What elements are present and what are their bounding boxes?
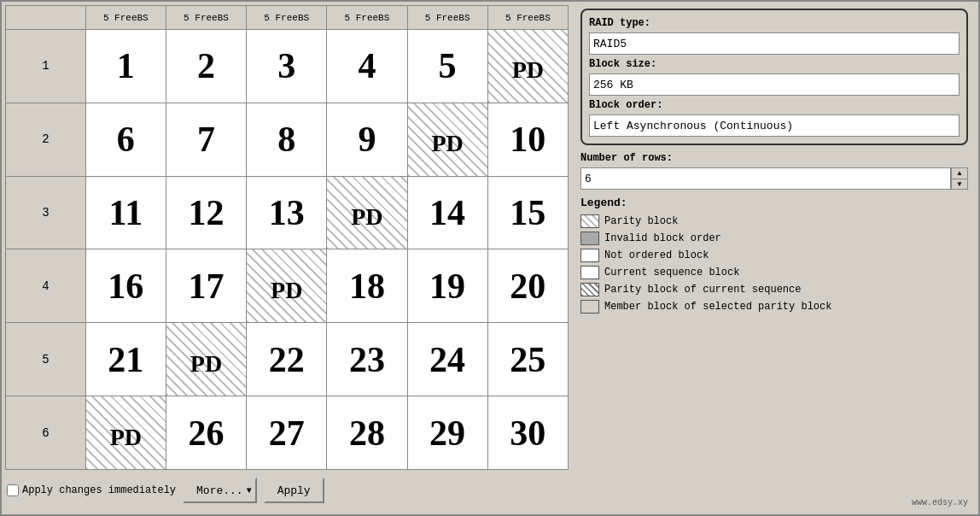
cell-r1-c1[interactable]: 1 xyxy=(85,30,166,103)
legend-label-invalid: Invalid block order xyxy=(604,232,721,244)
cell-text: 30 xyxy=(510,413,545,453)
corner-header xyxy=(6,6,86,30)
cell-text: PD xyxy=(431,130,463,156)
cell-r6-c6[interactable]: 30 xyxy=(487,396,568,470)
more-dropdown-arrow: ▼ xyxy=(247,486,252,495)
raid-type-wrapper: RAID5 RAID0 RAID1 RAID6 RAID10 xyxy=(589,32,960,55)
row-header-2: 2 xyxy=(6,103,86,176)
cell-text: 3 xyxy=(277,46,295,85)
row-header-4: 4 xyxy=(6,249,86,323)
block-order-wrapper: Left Asynchronous (Continuous) Left Sync… xyxy=(589,114,960,137)
cell-r4-c2[interactable]: 17 xyxy=(166,249,246,323)
cell-text: 7 xyxy=(197,120,215,159)
block-order-label: Block order: xyxy=(589,99,960,111)
cell-text: PD xyxy=(190,350,222,377)
legend-label-current-seq: Current sequence block xyxy=(604,267,739,279)
cell-r3-c2[interactable]: 12 xyxy=(166,176,246,249)
num-rows-input[interactable] xyxy=(580,167,951,190)
cell-text: 4 xyxy=(358,46,376,85)
cell-text: 21 xyxy=(108,340,143,379)
cell-r3-c6[interactable]: 15 xyxy=(487,176,568,249)
cell-r4-c3[interactable]: PD xyxy=(247,249,327,323)
cell-text: 11 xyxy=(108,193,143,232)
cell-r6-c5[interactable]: 29 xyxy=(407,396,487,470)
cell-r3-c3[interactable]: 13 xyxy=(247,176,327,249)
cell-text: 6 xyxy=(117,120,135,159)
cell-r4-c1[interactable]: 16 xyxy=(85,249,166,323)
row-header-5: 5 xyxy=(6,323,86,396)
more-button[interactable]: More... ▼ xyxy=(183,478,257,503)
cell-r1-c5[interactable]: 5 xyxy=(407,30,487,103)
cell-r6-c1[interactable]: PD xyxy=(85,396,166,470)
rows-control: ▲ ▼ xyxy=(580,167,968,190)
cell-r4-c5[interactable]: 19 xyxy=(407,249,487,323)
raid-grid: 5 FreeBS 5 FreeBS 5 FreeBS 5 FreeBS 5 Fr… xyxy=(5,5,569,470)
cell-text: 17 xyxy=(189,267,225,306)
cell-text: 28 xyxy=(349,413,385,453)
num-rows-label: Number of rows: xyxy=(580,152,968,164)
cell-r2-c2[interactable]: 7 xyxy=(166,103,246,176)
cell-r2-c1[interactable]: 6 xyxy=(85,103,166,176)
block-size-wrapper: 256 KB 64 KB 128 KB 512 KB xyxy=(589,73,960,96)
legend-icon-parity-current xyxy=(580,283,599,296)
cell-text: PD xyxy=(512,56,544,83)
cell-r2-c4[interactable]: 9 xyxy=(327,103,407,176)
cell-text: 14 xyxy=(429,193,465,232)
cell-text: 27 xyxy=(269,413,305,453)
cell-r3-c1[interactable]: 11 xyxy=(85,176,166,249)
cell-r6-c3[interactable]: 27 xyxy=(247,396,327,470)
col-header-1: 5 FreeBS xyxy=(85,6,166,30)
cell-r1-c6[interactable]: PD xyxy=(487,30,568,103)
legend-item-parity-current: Parity block of current sequence xyxy=(580,283,968,296)
legend-item-invalid: Invalid block order xyxy=(580,232,968,245)
cell-r1-c3[interactable]: 3 xyxy=(247,30,327,103)
cell-r1-c2[interactable]: 2 xyxy=(166,30,246,103)
legend-icon-not-ordered xyxy=(580,249,599,262)
cell-text: 5 xyxy=(439,46,457,85)
cell-r6-c4[interactable]: 28 xyxy=(327,396,407,470)
spinner-up[interactable]: ▲ xyxy=(952,168,967,179)
cell-r5-c5[interactable]: 24 xyxy=(407,323,487,396)
legend-icon-current-seq xyxy=(580,266,599,279)
cell-text: 19 xyxy=(429,267,465,306)
cell-text: 13 xyxy=(269,193,305,232)
cell-text: PD xyxy=(110,424,142,450)
cell-r2-c3[interactable]: 8 xyxy=(247,103,327,176)
row-header-6: 6 xyxy=(6,396,86,470)
settings-panel: RAID type: RAID5 RAID0 RAID1 RAID6 RAID1… xyxy=(574,5,975,511)
cell-r1-c4[interactable]: 4 xyxy=(327,30,407,103)
cell-r3-c4[interactable]: PD xyxy=(327,176,407,249)
cell-r2-c6[interactable]: 10 xyxy=(487,103,568,176)
cell-r6-c2[interactable]: 26 xyxy=(166,396,246,470)
watermark: www.edsy.xy xyxy=(912,498,968,507)
cell-r5-c6[interactable]: 25 xyxy=(487,323,568,396)
cell-r3-c5[interactable]: 14 xyxy=(407,176,487,249)
legend-item-current-seq: Current sequence block xyxy=(580,266,968,279)
cell-r4-c6[interactable]: 20 xyxy=(487,249,568,323)
cell-text: 23 xyxy=(349,340,385,379)
raid-type-select[interactable]: RAID5 RAID0 RAID1 RAID6 RAID10 xyxy=(589,32,960,55)
grid-area: 5 FreeBS 5 FreeBS 5 FreeBS 5 FreeBS 5 Fr… xyxy=(5,5,569,511)
cell-text: 1 xyxy=(117,46,135,85)
legend-icon-parity xyxy=(580,214,599,228)
block-size-select[interactable]: 256 KB 64 KB 128 KB 512 KB xyxy=(589,73,960,96)
cell-r5-c2[interactable]: PD xyxy=(166,323,246,396)
apply-button[interactable]: Apply xyxy=(264,478,324,503)
cell-r5-c3[interactable]: 22 xyxy=(247,323,327,396)
cell-r5-c1[interactable]: 21 xyxy=(85,323,166,396)
apply-immediately-text: Apply changes immediately xyxy=(22,484,176,496)
block-order-select[interactable]: Left Asynchronous (Continuous) Left Sync… xyxy=(589,114,960,137)
spinner-down[interactable]: ▼ xyxy=(952,179,967,190)
cell-r5-c4[interactable]: 23 xyxy=(327,323,407,396)
block-size-label: Block size: xyxy=(589,58,960,70)
cell-text: 2 xyxy=(197,46,215,85)
row-header-3: 3 xyxy=(6,176,86,249)
cell-text: 8 xyxy=(277,120,295,159)
bottom-toolbar: Apply changes immediately More... ▼ Appl… xyxy=(5,470,569,511)
settings-group: RAID type: RAID5 RAID0 RAID1 RAID6 RAID1… xyxy=(580,9,968,145)
apply-immediately-checkbox[interactable] xyxy=(7,484,19,496)
apply-immediately-label[interactable]: Apply changes immediately xyxy=(7,484,176,496)
cell-r4-c4[interactable]: 18 xyxy=(327,249,407,323)
legend-item-parity: Parity block xyxy=(580,214,968,228)
cell-r2-c5[interactable]: PD xyxy=(407,103,487,176)
